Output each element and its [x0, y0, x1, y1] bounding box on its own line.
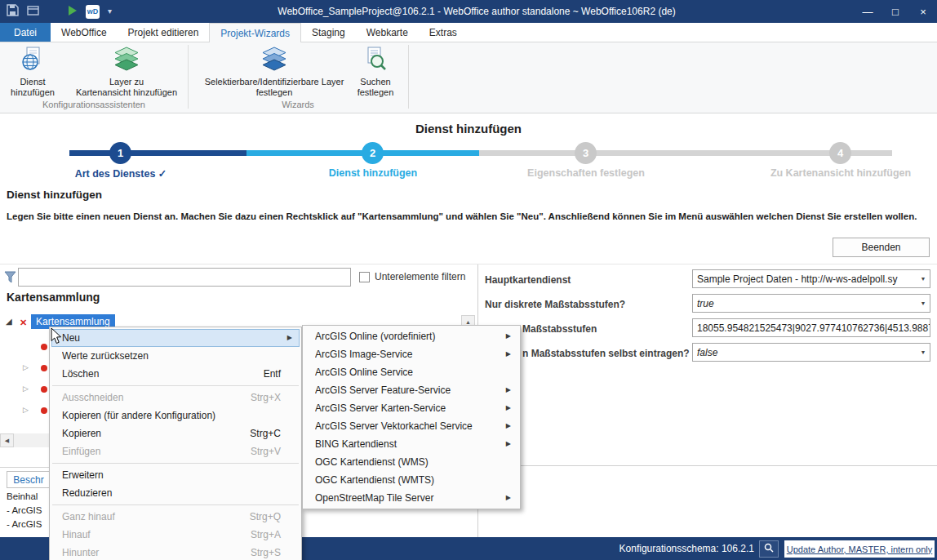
submenu-item-ogc-kartendienst-wms[interactable]: OGC Kartendienst (WMS): [304, 453, 518, 471]
submenu-item-openstreetmap-tile-server[interactable]: OpenStreetMap Tile Server ▶: [304, 489, 518, 507]
save-icon[interactable]: [7, 4, 19, 19]
submenu-item-arcgis-image-service[interactable]: ArcGIS Image-Service ▶: [304, 345, 518, 363]
ribbon-button-label: festlegen: [256, 87, 293, 98]
ribbon-button-label: Kartenansicht hinzufügen: [76, 87, 177, 98]
menu-shortcut: Strg+C: [250, 424, 292, 442]
run-icon[interactable]: [67, 5, 78, 19]
quick-access-toolbar: wD ▾: [7, 0, 112, 23]
ribbon-group-separator: [408, 45, 409, 109]
submenu-arrow-icon: ▶: [287, 329, 292, 347]
menu-item-loeschen[interactable]: Löschen Entf: [51, 365, 300, 383]
select-value: Sample Project Daten - http://w-ws-adelp…: [697, 273, 917, 285]
submenu-arrow-icon: ▶: [506, 399, 511, 417]
submenu-item-arcgis-server-feature-service[interactable]: ArcGIS Server Feature-Service ▶: [304, 381, 518, 399]
menu-item-kopieren[interactable]: Kopieren Strg+C: [51, 424, 300, 442]
ribbon-tabbar: Datei WebOffice Projekt editieren Projek…: [0, 23, 937, 42]
menu-item-ganz-hinauf: Ganz hinauf Strg+Q: [51, 508, 300, 526]
submenu-arrow-icon: ▶: [506, 345, 511, 363]
menu-shortcut: Strg+Q: [250, 508, 292, 526]
dienst-hinzufuegen-button[interactable]: Dienst hinzufügen: [3, 45, 62, 98]
neu-submenu: ArcGIS Online (vordefiniert) ▶ ArcGIS Im…: [302, 325, 521, 509]
tab-weboffice[interactable]: WebOffice: [51, 23, 118, 42]
scroll-left-button[interactable]: ◀: [0, 433, 14, 447]
ribbon-button-label: Layer zu: [109, 77, 144, 87]
menu-item-reduzieren[interactable]: Reduzieren: [51, 484, 300, 502]
beenden-button[interactable]: Beenden: [833, 238, 930, 257]
menu-separator: [52, 504, 299, 505]
menu-shortcut: Strg+X: [251, 389, 292, 407]
wizard-header: Dienst hinzufügen 1 2 3 4 Art des Dienst…: [0, 114, 937, 264]
menu-item-ausschneiden: Ausschneiden Strg+X: [51, 389, 300, 407]
step-label-4: Zu Kartenansicht hinzufügen: [751, 167, 930, 179]
massstabsstufen-input[interactable]: 18055.954821525473|9027.977410762736|451…: [692, 318, 930, 337]
tab-staging[interactable]: Staging: [301, 23, 356, 42]
statusbar-search-button[interactable]: [759, 540, 779, 558]
weboffice-logo-icon: wD: [86, 5, 100, 19]
property-label-hauptkartendienst: Hauptkartendienst: [485, 274, 571, 286]
selektierbare-layer-button[interactable]: Selektierbare/Identifizierbare Layer fes…: [194, 45, 354, 98]
menu-item-label: ArcGIS Server Vektorkachel Service: [315, 417, 506, 435]
window-icon[interactable]: [27, 5, 39, 19]
suchen-festlegen-button[interactable]: Suchen festlegen: [349, 45, 402, 98]
maximize-button[interactable]: □: [881, 0, 909, 23]
submenu-arrow-icon: ▶: [506, 489, 511, 507]
menu-item-kopieren-andere-konfiguration[interactable]: Kopieren (für andere Konfiguration): [51, 407, 300, 424]
step-circle-1: 1: [109, 142, 131, 164]
menu-separator: [52, 463, 299, 464]
minimize-button[interactable]: —: [854, 0, 881, 23]
description-line: Beinhal: [7, 491, 49, 501]
diskrete-massstabsstufen-select[interactable]: true ▼: [692, 294, 930, 313]
menu-item-label: ArcGIS Server Karten-Service: [315, 399, 506, 417]
unterelemente-checkbox[interactable]: [359, 272, 370, 282]
service-document-globe-icon: [20, 45, 45, 77]
menu-item-label: Ausschneiden: [62, 389, 251, 407]
filter-input[interactable]: [18, 268, 351, 287]
tab-projekt-wizards[interactable]: Projekt-Wizards: [209, 23, 301, 42]
close-button[interactable]: ×: [909, 0, 937, 23]
tab-beschreibung[interactable]: Beschr: [7, 471, 51, 488]
submenu-arrow-icon: ▶: [506, 327, 511, 345]
menu-item-neu[interactable]: Neu ▶: [51, 329, 300, 347]
chevron-down-icon[interactable]: ▾: [108, 7, 112, 16]
step-label-3: Eigenschaften festlegen: [496, 167, 676, 179]
submenu-item-arcgis-online-service[interactable]: ArcGIS Online Service: [304, 363, 518, 381]
submenu-item-arcgis-server-vektorkachel-service[interactable]: ArcGIS Server Vektorkachel Service ▶: [304, 417, 518, 435]
chevron-down-icon: ▼: [917, 300, 930, 306]
menu-item-erweitern[interactable]: Erweitern: [51, 466, 300, 484]
tab-datei[interactable]: Datei: [0, 23, 51, 42]
menu-shortcut: Strg+S: [251, 544, 292, 560]
error-dot-icon: [41, 407, 47, 414]
step-circle-4: 4: [829, 142, 851, 164]
submenu-item-ogc-kartendienst-wmts[interactable]: OGC Kartendienst (WMTS): [304, 471, 518, 489]
tab-webkarte[interactable]: Webkarte: [356, 23, 419, 42]
update-author-link[interactable]: Update Author, MASTER, intern only: [784, 540, 935, 558]
window-controls: — □ ×: [854, 0, 937, 23]
tab-projekt-editieren[interactable]: Projekt editieren: [118, 23, 210, 42]
menu-item-label: Hinauf: [62, 526, 251, 544]
checkbox-label[interactable]: Unterelemente filtern: [375, 271, 465, 282]
tree-expander-collapsed-icon[interactable]: ▷: [23, 363, 29, 371]
ribbon-button-label: festlegen: [357, 87, 394, 98]
menu-item-werte-zuruecksetzen[interactable]: Werte zurücksetzen: [51, 347, 300, 365]
description-line: - ArcGIS: [7, 505, 49, 515]
error-x-icon: ✕: [20, 318, 27, 327]
hauptkartendienst-select[interactable]: Sample Project Daten - http://w-ws-adelp…: [692, 269, 930, 288]
menu-item-label: Erweitern: [62, 466, 292, 484]
tab-extras[interactable]: Extras: [419, 23, 468, 42]
menu-item-label: Kopieren (für andere Konfiguration): [62, 407, 292, 424]
menu-item-label: ArcGIS Online (vordefiniert): [315, 327, 506, 345]
submenu-item-arcgis-online-vordefiniert[interactable]: ArcGIS Online (vordefiniert) ▶: [304, 327, 518, 345]
context-menu: Neu ▶ Werte zurücksetzen Löschen Entf Au…: [49, 327, 302, 560]
tree-expander-collapsed-icon[interactable]: ▷: [23, 384, 29, 393]
configuration-schema-text: Konfigurationsschema: 106.2.1: [619, 543, 754, 554]
menu-item-label: ArcGIS Online Service: [315, 363, 511, 381]
tree-expander-expanded-icon[interactable]: ◢: [6, 318, 12, 326]
submenu-item-bing-kartendienst[interactable]: BING Kartendienst ▶: [304, 435, 518, 453]
menu-item-label: Ganz hinauf: [62, 508, 250, 526]
tree-expander-collapsed-icon[interactable]: ▷: [23, 406, 29, 414]
layer-zu-kartenansicht-button[interactable]: Layer zu Kartenansicht hinzufügen: [65, 45, 188, 98]
selbst-eintragen-select[interactable]: false ▼: [692, 343, 930, 362]
submenu-item-arcgis-server-karten-service[interactable]: ArcGIS Server Karten-Service ▶: [304, 399, 518, 417]
menu-item-label: Reduzieren: [62, 484, 292, 502]
menu-item-einfuegen: Einfügen Strg+V: [51, 442, 300, 460]
